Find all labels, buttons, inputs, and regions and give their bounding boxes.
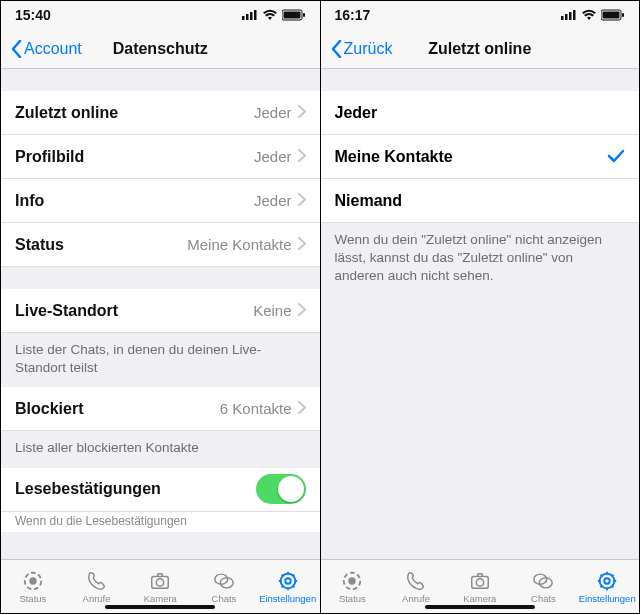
tab-label: Kamera <box>144 593 177 604</box>
svg-rect-20 <box>603 12 620 19</box>
wifi-icon <box>581 9 597 21</box>
checkmark-icon <box>607 145 625 168</box>
row-last-seen[interactable]: Zuletzt online Jeder <box>1 91 320 135</box>
row-blocked[interactable]: Blockiert 6 Kontakte <box>1 387 320 431</box>
svg-point-14 <box>285 578 291 584</box>
tab-label: Anrufe <box>83 593 111 604</box>
tab-label: Einstellungen <box>579 593 636 604</box>
chevron-right-icon <box>298 236 306 254</box>
blocked-note: Liste aller blockierten Kontakte <box>1 431 320 467</box>
tab-label: Anrufe <box>402 593 430 604</box>
chevron-right-icon <box>298 302 306 320</box>
svg-rect-21 <box>622 13 624 17</box>
chevron-right-icon <box>298 104 306 122</box>
option-nobody[interactable]: Niemand <box>321 179 640 223</box>
svg-rect-17 <box>569 12 572 20</box>
option-label: Niemand <box>335 192 403 210</box>
camera-icon <box>468 570 492 592</box>
battery-icon <box>601 9 625 21</box>
option-everyone[interactable]: Jeder <box>321 91 640 135</box>
home-indicator <box>425 605 535 609</box>
content: Jeder Meine Kontakte Niemand Wenn du dei… <box>321 69 640 559</box>
row-status[interactable]: Status Meine Kontakte <box>1 223 320 267</box>
row-value: Keine <box>253 302 291 319</box>
svg-rect-2 <box>250 12 253 20</box>
tab-label: Chats <box>212 593 237 604</box>
svg-rect-5 <box>283 12 300 19</box>
status-time: 15:40 <box>15 7 51 23</box>
tab-status[interactable]: Status <box>1 560 65 613</box>
tab-label: Einstellungen <box>259 593 316 604</box>
status-icon <box>21 570 45 592</box>
row-label: Zuletzt online <box>15 104 118 122</box>
tab-label: Status <box>339 593 366 604</box>
tab-label: Status <box>19 593 46 604</box>
row-info[interactable]: Info Jeder <box>1 179 320 223</box>
row-value: Meine Kontakte <box>187 236 291 253</box>
row-label: Info <box>15 192 44 210</box>
nav-bar: Account Datenschutz <box>1 29 320 69</box>
svg-point-23 <box>349 577 356 584</box>
phone-icon <box>85 570 109 592</box>
privacy-screen: 15:40 Account Datenschutz Zuletzt online <box>1 1 321 613</box>
row-read-receipts[interactable]: Lesebestätigungen <box>1 468 320 512</box>
svg-point-10 <box>157 578 164 585</box>
svg-rect-1 <box>246 14 249 20</box>
back-label: Zurück <box>344 40 393 58</box>
row-label: Blockiert <box>15 400 83 418</box>
gear-icon <box>276 570 300 592</box>
row-value: Jeder <box>254 192 292 209</box>
gear-icon <box>595 570 619 592</box>
back-button[interactable]: Zurück <box>327 36 397 62</box>
chevron-right-icon <box>298 192 306 210</box>
last-seen-screen: 16:17 Zurück Zuletzt online Jeder <box>321 1 640 613</box>
chevron-right-icon <box>298 148 306 166</box>
svg-point-29 <box>604 578 610 584</box>
battery-icon <box>282 9 306 21</box>
signal-icon <box>561 10 577 20</box>
home-indicator <box>105 605 215 609</box>
chevron-left-icon <box>331 40 342 58</box>
back-button[interactable]: Account <box>7 36 86 62</box>
status-bar: 15:40 <box>1 1 320 29</box>
read-receipts-toggle[interactable] <box>256 474 306 504</box>
chevron-left-icon <box>11 40 22 58</box>
status-time: 16:17 <box>335 7 371 23</box>
svg-rect-6 <box>303 13 305 17</box>
row-label: Profilbild <box>15 148 84 166</box>
svg-point-25 <box>476 578 483 585</box>
back-label: Account <box>24 40 82 58</box>
phone-icon <box>404 570 428 592</box>
chats-icon <box>212 570 236 592</box>
row-label: Live-Standort <box>15 302 118 320</box>
signal-icon <box>242 10 258 20</box>
row-profile-photo[interactable]: Profilbild Jeder <box>1 135 320 179</box>
tab-settings[interactable]: Einstellungen <box>575 560 639 613</box>
row-value: Jeder <box>254 104 292 121</box>
status-bar: 16:17 <box>321 1 640 29</box>
status-icon <box>340 570 364 592</box>
row-label: Status <box>15 236 64 254</box>
option-label: Jeder <box>335 104 378 122</box>
chats-icon <box>531 570 555 592</box>
row-value: 6 Kontakte <box>220 400 292 417</box>
tab-label: Chats <box>531 593 556 604</box>
camera-icon <box>148 570 172 592</box>
row-live-location[interactable]: Live-Standort Keine <box>1 289 320 333</box>
read-receipts-note-cut: Wenn du die Lesebestätigungen <box>1 512 320 532</box>
svg-rect-15 <box>561 16 564 20</box>
last-seen-note: Wenn du dein "Zuletzt online" nicht anze… <box>321 223 640 296</box>
content: Zuletzt online Jeder Profilbild Jeder In… <box>1 69 320 559</box>
svg-rect-18 <box>573 10 576 20</box>
option-contacts[interactable]: Meine Kontakte <box>321 135 640 179</box>
nav-bar: Zurück Zuletzt online <box>321 29 640 69</box>
row-value: Jeder <box>254 148 292 165</box>
option-label: Meine Kontakte <box>335 148 453 166</box>
chevron-right-icon <box>298 400 306 418</box>
svg-rect-16 <box>565 14 568 20</box>
tab-status[interactable]: Status <box>321 560 385 613</box>
tab-label: Kamera <box>463 593 496 604</box>
live-location-note: Liste der Chats, in denen du deinen Live… <box>1 333 320 387</box>
tab-settings[interactable]: Einstellungen <box>256 560 320 613</box>
svg-rect-0 <box>242 16 245 20</box>
